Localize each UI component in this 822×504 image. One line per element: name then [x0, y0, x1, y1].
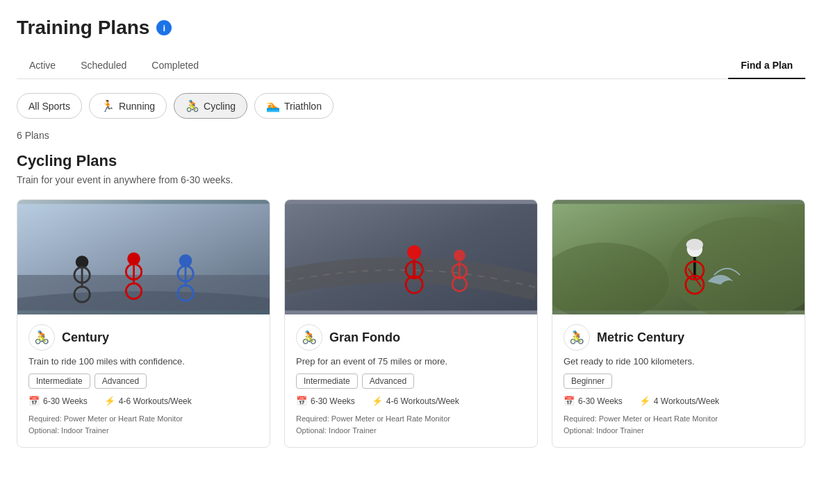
card-century-tags: Intermediate Advanced — [28, 373, 258, 389]
filter-all-sports-label: All Sports — [28, 101, 70, 112]
card-century-description: Train to ride 100 miles with confidence. — [28, 356, 258, 367]
tab-active[interactable]: Active — [17, 53, 68, 79]
filter-running-label: Running — [119, 101, 155, 112]
plan-count: 6 Plans — [17, 130, 805, 141]
filter-triathlon[interactable]: 🏊 Triathlon — [254, 93, 334, 119]
card-century-workouts: 4-6 Workouts/Week — [119, 396, 192, 406]
page-title-text: Training Plans — [17, 17, 149, 39]
filter-cycling[interactable]: 🚴 Cycling — [174, 93, 247, 119]
card-gran-fondo-sport-icon: 🚴 — [296, 324, 322, 351]
calendar-icon-2: 📅 — [296, 396, 307, 406]
cycling-icon: 🚴 — [186, 99, 199, 112]
svg-point-2 — [17, 291, 270, 314]
tab-completed[interactable]: Completed — [139, 53, 211, 79]
svg-point-28 — [687, 239, 703, 251]
plans-grid: 🚴 Century Train to ride 100 miles with c… — [17, 199, 805, 448]
filter-row: All Sports 🏃 Running 🚴 Cycling 🏊 Triathl… — [17, 93, 805, 119]
filter-triathlon-label: Triathlon — [284, 101, 322, 112]
card-metric-century-sport-icon: 🚴 — [564, 324, 590, 351]
card-gran-fondo-tags: Intermediate Advanced — [296, 373, 526, 389]
card-metric-century-requirements: Required: Power Meter or Heart Rate Moni… — [564, 413, 794, 436]
card-gran-fondo-description: Prep for an event of 75 miles or more. — [296, 356, 526, 367]
tag-beginner: Beginner — [564, 373, 612, 389]
tab-find-a-plan[interactable]: Find a Plan — [728, 53, 805, 79]
filter-running[interactable]: 🏃 Running — [89, 93, 167, 119]
card-century-requirements: Required: Power Meter or Heart Rate Moni… — [28, 413, 258, 436]
plan-card-gran-fondo[interactable]: 🚴 Gran Fondo Prep for an event of 75 mil… — [284, 199, 538, 448]
tag-intermediate-2: Intermediate — [296, 373, 358, 389]
card-century-sport-icon: 🚴 — [28, 324, 55, 351]
lightning-icon: ⚡ — [104, 396, 115, 406]
card-gran-fondo-weeks: 6-30 Weeks — [311, 396, 355, 406]
filter-cycling-label: Cycling — [204, 101, 236, 112]
plan-card-century[interactable]: 🚴 Century Train to ride 100 miles with c… — [17, 199, 270, 448]
section-subtitle: Train for your event in anywhere from 6-… — [17, 174, 805, 185]
card-century-weeks: 6-30 Weeks — [43, 396, 88, 406]
tag-advanced: Advanced — [94, 373, 147, 389]
card-gran-fondo-stats: 📅 6-30 Weeks ⚡ 4-6 Workouts/Week — [296, 396, 526, 406]
card-metric-century-workouts: 4 Workouts/Week — [654, 396, 719, 406]
tabs-left: Active Scheduled Completed — [17, 53, 211, 78]
card-gran-fondo-title: Gran Fondo — [329, 330, 400, 345]
card-metric-century-weeks: 6-30 Weeks — [578, 396, 623, 406]
card-gran-fondo-workouts: 4-6 Workouts/Week — [386, 396, 459, 406]
card-metric-century-stats: 📅 6-30 Weeks ⚡ 4 Workouts/Week — [564, 396, 794, 406]
plan-card-metric-century[interactable]: 🚴 Metric Century Get ready to ride 100 k… — [552, 199, 805, 448]
card-metric-century-tags: Beginner — [564, 373, 794, 389]
calendar-icon: 📅 — [28, 396, 40, 406]
svg-point-16 — [407, 245, 421, 259]
page-title: Training Plans i — [17, 17, 172, 39]
info-icon[interactable]: i — [156, 20, 172, 35]
calendar-icon-3: 📅 — [564, 396, 575, 406]
lightning-icon-3: ⚡ — [639, 396, 650, 406]
lightning-icon-2: ⚡ — [372, 396, 383, 406]
card-century-title: Century — [62, 330, 109, 345]
card-gran-fondo-requirements: Required: Power Meter or Heart Rate Moni… — [296, 413, 526, 436]
card-metric-century-title: Metric Century — [597, 330, 684, 345]
card-century-stats: 📅 6-30 Weeks ⚡ 4-6 Workouts/Week — [28, 396, 258, 406]
tab-scheduled[interactable]: Scheduled — [68, 53, 139, 79]
running-icon: 🏃 — [101, 99, 115, 112]
card-metric-century-description: Get ready to ride 100 kilometers. — [564, 356, 794, 367]
section-title: Cycling Plans — [17, 152, 805, 170]
triathlon-icon: 🏊 — [266, 99, 280, 112]
filter-all-sports[interactable]: All Sports — [17, 93, 82, 119]
svg-point-20 — [454, 250, 466, 262]
tag-intermediate: Intermediate — [28, 373, 90, 389]
tabs-bar: Active Scheduled Completed Find a Plan — [17, 53, 805, 79]
tag-advanced-2: Advanced — [362, 373, 414, 389]
